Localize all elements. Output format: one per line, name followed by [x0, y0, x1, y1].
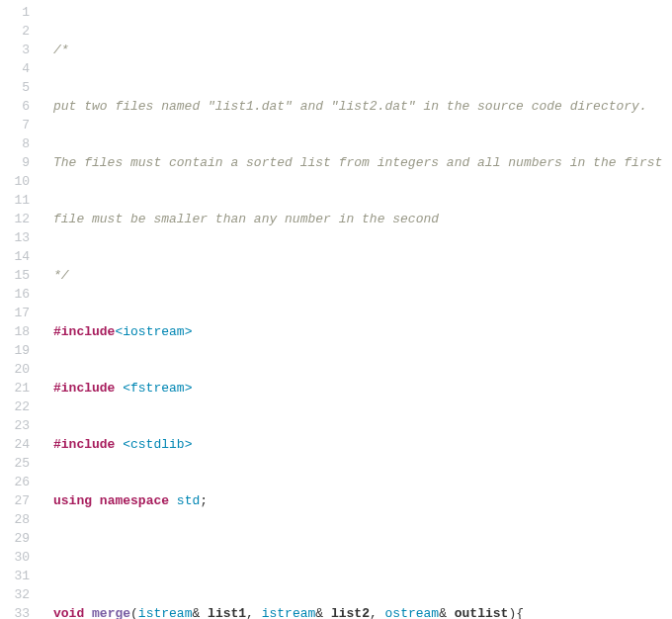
- code-line: /*: [53, 41, 672, 59]
- code-line: #include <cstdlib>: [53, 435, 672, 454]
- code-line: void merge(istream& list1, istream& list…: [53, 604, 672, 619]
- code-editor: 12345678910 11121314151617181920 2122232…: [0, 0, 672, 619]
- code-line: #include <fstream>: [53, 379, 672, 398]
- code-line: [53, 548, 672, 567]
- line-number-gutter: 12345678910 11121314151617181920 2122232…: [0, 0, 40, 619]
- code-line: file must be smaller than any number in …: [53, 210, 672, 228]
- code-line: using namespace std;: [53, 491, 672, 510]
- code-line: */: [53, 266, 672, 285]
- code-area[interactable]: /* put two files named "list1.dat" and "…: [40, 0, 672, 619]
- code-line: put two files named "list1.dat" and "lis…: [53, 97, 672, 116]
- code-line: #include<iostream>: [53, 322, 672, 341]
- code-line: The files must contain a sorted list fro…: [53, 153, 672, 172]
